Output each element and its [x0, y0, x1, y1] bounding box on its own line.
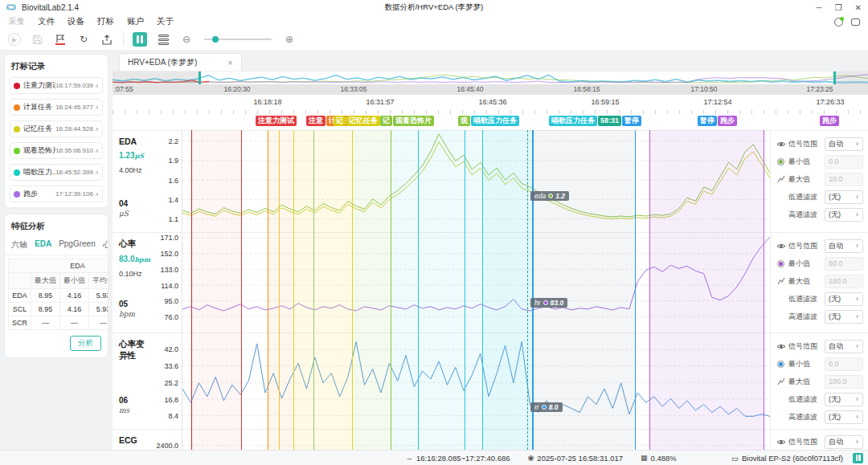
min-value-input-field[interactable]: 60.0 [825, 257, 863, 271]
menu-item-4[interactable]: 账户 [127, 16, 144, 26]
mark-item[interactable]: 唱歌压力...16:45:52.399∧ [10, 164, 103, 181]
zoom-ratio: ▦0.488% [641, 454, 677, 463]
hrv-waveform [182, 333, 770, 429]
analyze-button[interactable]: 分析 [70, 336, 101, 351]
event-badge[interactable]: 唱歌压力任务 [471, 116, 519, 126]
timeline-overview[interactable] [113, 71, 868, 84]
chevron-up-icon[interactable]: ∧ [95, 104, 99, 111]
zoom-slider[interactable] [204, 39, 272, 40]
panel-plot-eda [182, 131, 770, 232]
max-value-input-field[interactable]: 100.0 [825, 375, 863, 389]
menu-bar: 采集文件设备打标账户关于 [0, 14, 868, 29]
zoom-out-button[interactable]: ⊖ [179, 32, 194, 47]
menu-item-3[interactable]: 打标 [97, 16, 114, 26]
event-badge[interactable]: 观看恐怖片 [393, 116, 434, 126]
max-icon [776, 175, 786, 183]
chat-icon[interactable] [851, 18, 860, 26]
event-badge[interactable]: 记 [380, 116, 392, 126]
axis-time-label: 16:59:15 [591, 98, 619, 106]
signal-range-select-field[interactable]: 自动∨ [825, 137, 863, 151]
highpass-select-field[interactable]: (无)∨ [825, 208, 863, 222]
max-icon [776, 277, 786, 285]
chevron-up-icon[interactable]: ∧ [95, 148, 99, 154]
selection-handle-left[interactable] [199, 71, 201, 84]
export-button[interactable] [100, 32, 114, 47]
menu-item-1[interactable]: 文件 [38, 16, 55, 26]
lowpass-select: 低通滤波(无)∨ [776, 290, 863, 308]
selection-handle-right[interactable] [833, 71, 836, 84]
mark-label: 注意力测试 [23, 80, 55, 91]
event-badge[interactable]: 记 [334, 116, 346, 126]
toolbar: ▶ ↻ ⊖ ⊕ [0, 29, 868, 51]
chevron-up-icon[interactable]: ∧ [95, 83, 99, 89]
panel-toggle-icon[interactable] [853, 453, 863, 463]
min-value-input-field[interactable]: 0.0 [825, 357, 863, 371]
chevron-up-icon[interactable]: ∧ [95, 191, 99, 198]
minimize-button[interactable]: ─ [817, 3, 822, 12]
overview-time-label: 16:33:05 [340, 85, 366, 93]
event-badge[interactable]: 暂停 [698, 116, 717, 126]
layout-rows-button[interactable] [156, 32, 170, 47]
event-badge-group: 注意力测试 [256, 116, 297, 126]
maximize-button[interactable]: ❐ [835, 3, 842, 12]
y-tick-label: 171.0 [160, 234, 178, 242]
signal-range-select-field[interactable]: 自动∨ [825, 239, 863, 253]
event-badge-group: 唱歌压力任务58:31暂停 [549, 116, 641, 126]
event-badge[interactable]: 唱歌压力任务 [549, 116, 597, 126]
menu-item-0[interactable]: 采集 [8, 16, 25, 26]
highpass-select-field[interactable]: (无)∨ [825, 410, 863, 424]
tab-hrv-eda[interactable]: HRV+EDA (李梦梦) × [119, 53, 242, 71]
max-icon [776, 377, 786, 385]
mark-item[interactable]: 注意力测试16:17:59.039∧ [10, 77, 103, 94]
mark-item[interactable]: 观看恐怖片16:35:06.910∧ [10, 142, 103, 159]
user-status-icon[interactable] [834, 18, 843, 27]
play-button[interactable]: ▶ [8, 33, 21, 46]
lowpass-select-field[interactable]: (无)∨ [825, 190, 863, 204]
chevron-up-icon[interactable]: ∧ [95, 126, 99, 133]
event-badge[interactable]: 跑步 [820, 116, 839, 126]
signal-range-select-field[interactable]: 自动∨ [825, 435, 863, 449]
mark-item[interactable]: 计算任务16:24:45.977∧ [10, 99, 103, 116]
lowpass-select-field[interactable]: (无)∨ [825, 292, 863, 306]
max-value-input: 最大值180.0 [776, 272, 863, 290]
event-badge[interactable]: 记忆任务 [346, 116, 380, 126]
menu-item-2[interactable]: 设备 [68, 16, 84, 26]
control-label: 高通滤波 [788, 312, 822, 322]
chevron-up-icon[interactable]: ∧ [95, 169, 99, 176]
zoom-in-button[interactable]: ⊕ [282, 32, 297, 47]
close-button[interactable]: ✕ [855, 3, 862, 12]
control-label: 低通滤波 [788, 394, 822, 405]
event-badge[interactable]: 58:31 [598, 116, 621, 126]
signal-range-select-field[interactable]: 自动∨ [825, 340, 863, 353]
max-value-input-field[interactable]: 180.0 [825, 275, 863, 288]
mark-item[interactable]: 记忆任务16:28:44.528∧ [10, 120, 103, 137]
event-badge[interactable]: 观 [458, 116, 470, 126]
eda-waveform [182, 131, 770, 232]
tab-close-icon[interactable]: × [227, 58, 232, 67]
analysis-tab-EDA[interactable]: EDA [35, 239, 51, 251]
replay-button[interactable]: ↻ [76, 32, 91, 47]
axis-time-label: 17:26:33 [816, 98, 844, 106]
save-button[interactable] [30, 32, 44, 47]
event-badge[interactable]: 注意 [306, 116, 326, 126]
analysis-tab-六轴[interactable]: 六轴 [11, 239, 27, 251]
analysis-tab-PpgGreen[interactable]: PpgGreen [59, 239, 96, 251]
y-tick-label: 16.8 [164, 396, 178, 404]
event-badge[interactable]: 暂停 [622, 116, 641, 126]
layout-columns-button[interactable] [133, 32, 147, 47]
panel-title: 心率 [119, 239, 149, 250]
control-label: 最大值 [788, 377, 822, 387]
min-value-input-field[interactable]: 0.0 [825, 155, 863, 169]
analysis-tab-心率变异[interactable]: 心率变异 [103, 239, 108, 251]
mark-item[interactable]: 跑步17:12:39.106∧ [10, 186, 103, 202]
max-value-input-field[interactable]: 10.0 [825, 173, 863, 186]
zoom-slider-knob[interactable] [212, 36, 219, 43]
flag-marker-button[interactable] [53, 32, 68, 47]
cursor-timestamp: ◉2025-07-25 16:58:31.017 [528, 454, 624, 463]
panel-current-value: 83.0bpm [119, 255, 149, 263]
event-badge[interactable]: 跑步 [718, 116, 737, 126]
lowpass-select-field[interactable]: (无)∨ [825, 393, 863, 406]
event-badge[interactable]: 注意力测试 [256, 116, 297, 126]
highpass-select-field[interactable]: (无)∨ [825, 310, 863, 324]
menu-item-5[interactable]: 关于 [157, 16, 174, 26]
